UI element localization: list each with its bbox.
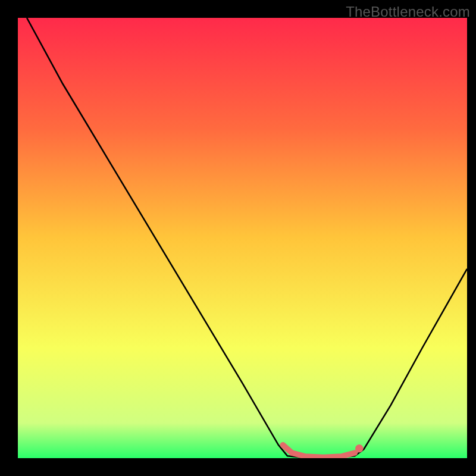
optimal-highlight: [283, 445, 355, 458]
plot-area: [18, 18, 467, 458]
watermark-label: TheBottleneck.com: [346, 4, 470, 20]
bottleneck-curve: [27, 18, 467, 458]
chart-container: TheBottleneck.com: [0, 0, 476, 476]
optimal-end-marker: [355, 444, 364, 452]
curves-layer: [18, 18, 467, 458]
